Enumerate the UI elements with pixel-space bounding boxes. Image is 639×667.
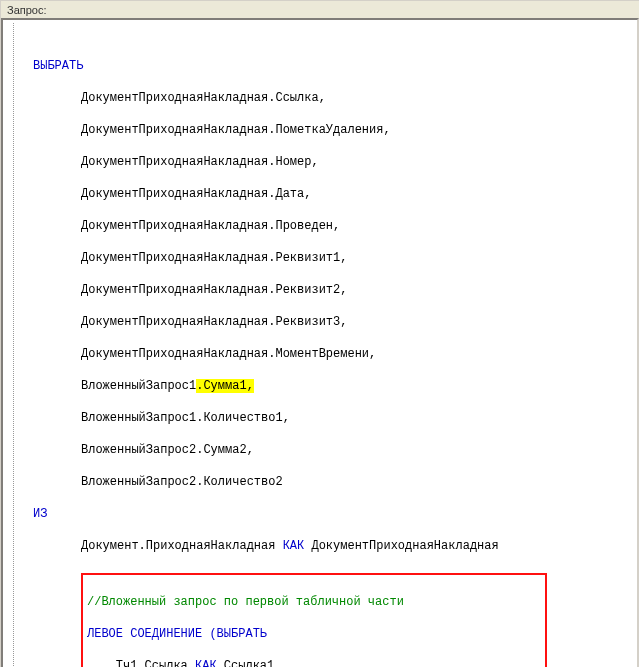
tree-guide [13,23,14,667]
select-field: ВложенныйЗапрос1.Сумма1, [33,378,633,394]
select-field: ДокументПриходнаяНакладная.Реквизит2, [33,282,633,298]
text: Документ.ПриходнаяНакладная [81,539,275,553]
kw-from: ИЗ [33,507,47,521]
query-text[interactable]: ВЫБРАТЬ ДокументПриходнаяНакладная.Ссылк… [1,18,639,667]
select-field: ВложенныйЗапрос2.Количество2 [33,474,633,490]
kw-leftjoin: ЛЕВОЕ СОЕДИНЕНИЕ [87,627,202,641]
nested-query-box-1: //Вложенный запрос по первой табличной ч… [81,573,547,667]
select-field: ДокументПриходнаяНакладная.Дата, [33,186,633,202]
select-field: ДокументПриходнаяНакладная.ПометкаУдален… [33,122,633,138]
highlight-sum1: .Сумма1, [196,379,254,393]
text: Тч1.Ссылка [116,659,188,667]
select-field: ВложенныйЗапрос2.Сумма2, [33,442,633,458]
text: ДокументПриходнаяНакладная [311,539,498,553]
text: ВложенныйЗапрос1 [81,379,196,393]
kw-as: КАК [195,659,217,667]
select-field: ДокументПриходнаяНакладная.МоментВремени… [33,346,633,362]
select-field: ДокументПриходнаяНакладная.Реквизит3, [33,314,633,330]
select-field: ДокументПриходнаяНакладная.Реквизит1, [33,250,633,266]
panel-label: Запрос: [1,1,639,18]
comment: //Вложенный запрос по первой табличной ч… [87,595,404,609]
text: Ссылка1, [224,659,282,667]
code-content: ВЫБРАТЬ ДокументПриходнаяНакладная.Ссылк… [11,42,633,667]
query-panel: Запрос: ВЫБРАТЬ ДокументПриходнаяНакладн… [0,0,639,667]
select-field: ДокументПриходнаяНакладная.Ссылка, [33,90,633,106]
kw-as: КАК [283,539,305,553]
kw-select: ВЫБРАТЬ [33,59,83,73]
from-table: Документ.ПриходнаяНакладная КАК Документ… [33,538,633,554]
select-field: ВложенныйЗапрос1.Количество1, [33,410,633,426]
select-field: ДокументПриходнаяНакладная.Номер, [33,154,633,170]
select-field: ДокументПриходнаяНакладная.Проведен, [33,218,633,234]
kw-open-select: (ВЫБРАТЬ [209,627,267,641]
